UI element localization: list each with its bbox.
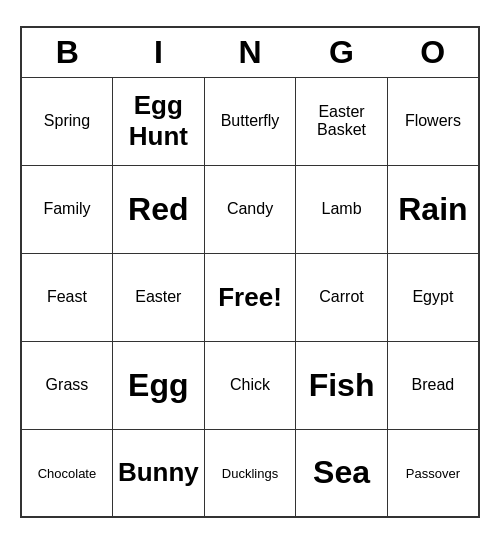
cell-text: Easter Basket [317,103,366,138]
bingo-cell: Bread [387,341,479,429]
cell-text: Free! [218,282,282,312]
cell-text: Ducklings [222,466,278,481]
bingo-cell: Ducklings [204,429,296,517]
table-row: ChocolateBunnyDucklingsSeaPassover [21,429,479,517]
bingo-cell: Butterfly [204,77,296,165]
cell-text: Carrot [319,288,363,305]
bingo-cell: Fish [296,341,388,429]
bingo-cell: Easter Basket [296,77,388,165]
cell-text: Egypt [412,288,453,305]
bingo-cell: Feast [21,253,112,341]
bingo-cell: Red [112,165,204,253]
cell-text: Passover [406,466,460,481]
bingo-cell: Passover [387,429,479,517]
bingo-cell: Egypt [387,253,479,341]
bingo-cell: Grass [21,341,112,429]
cell-text: Flowers [405,112,461,129]
header-letter-G: G [296,27,388,77]
bingo-cell: Lamb [296,165,388,253]
cell-text: Egg [128,367,188,403]
cell-text: Red [128,191,188,227]
cell-text: Family [43,200,90,217]
bingo-cell: Spring [21,77,112,165]
bingo-cell: Easter [112,253,204,341]
cell-text: Butterfly [221,112,280,129]
table-row: FamilyRedCandyLambRain [21,165,479,253]
bingo-cell: Egg [112,341,204,429]
header-letter-I: I [112,27,204,77]
table-row: FeastEasterFree!CarrotEgypt [21,253,479,341]
bingo-cell: Sea [296,429,388,517]
bingo-cell: Bunny [112,429,204,517]
cell-text: Chick [230,376,270,393]
bingo-cell: Chocolate [21,429,112,517]
bingo-cell: Flowers [387,77,479,165]
cell-text: Sea [313,454,370,490]
cell-text: Grass [46,376,89,393]
bingo-cell: Rain [387,165,479,253]
bingo-cell: Candy [204,165,296,253]
cell-text: Bunny [118,457,199,487]
header-letter-N: N [204,27,296,77]
bingo-cell: Carrot [296,253,388,341]
header-row: BINGO [21,27,479,77]
table-row: SpringEgg HuntButterflyEaster BasketFlow… [21,77,479,165]
cell-text: Easter [135,288,181,305]
bingo-card: BINGO SpringEgg HuntButterflyEaster Bask… [20,26,480,518]
header-letter-B: B [21,27,112,77]
cell-text: Candy [227,200,273,217]
cell-text: Rain [398,191,467,227]
cell-text: Egg Hunt [129,90,188,151]
cell-text: Feast [47,288,87,305]
cell-text: Chocolate [38,466,97,481]
cell-text: Fish [309,367,375,403]
bingo-cell: Egg Hunt [112,77,204,165]
cell-text: Lamb [322,200,362,217]
cell-text: Spring [44,112,90,129]
cell-text: Bread [412,376,455,393]
bingo-cell: Chick [204,341,296,429]
bingo-cell: Free! [204,253,296,341]
bingo-cell: Family [21,165,112,253]
header-letter-O: O [387,27,479,77]
table-row: GrassEggChickFishBread [21,341,479,429]
